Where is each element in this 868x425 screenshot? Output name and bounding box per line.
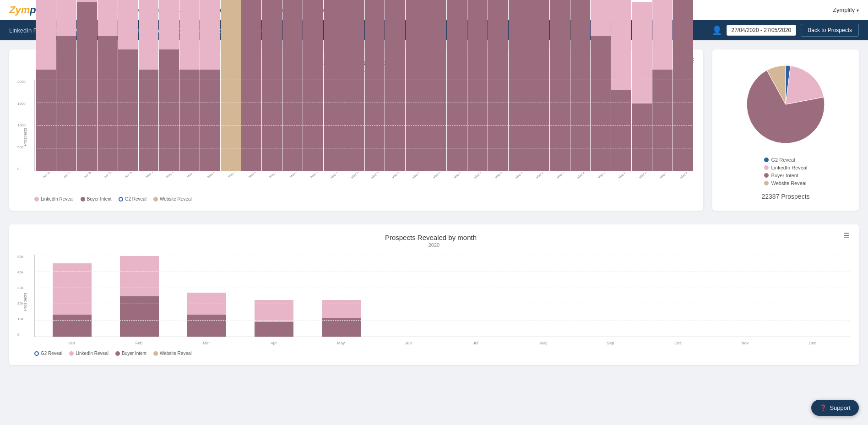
daily-bar-group — [344, 0, 364, 171]
monthly-bar-buyer — [255, 322, 294, 337]
pie-legend-g2: G2 Reveal — [764, 157, 808, 163]
bar-buyer-segment — [36, 70, 56, 171]
pie-chart-card: G2 Reveal LinkedIn Reveal Buyer Intent W… — [712, 49, 859, 211]
daily-bar-group — [652, 0, 673, 171]
daily-x-label: May 24 — [618, 172, 627, 179]
pie-legend-linkedin: LinkedIn Reveal — [764, 165, 808, 170]
daily-bar-group — [385, 0, 405, 171]
daily-x-label: May 22 — [576, 172, 586, 179]
bar-buyer-segment — [591, 36, 611, 171]
pie-website-dot — [764, 181, 769, 185]
bar-buyer-segment — [529, 0, 549, 171]
daily-bar-group — [591, 0, 611, 171]
user-menu[interactable]: Zymplify ▾ — [833, 6, 859, 13]
daily-x-label: May 13 — [391, 172, 401, 179]
bar-linkedin-segment — [632, 2, 652, 104]
g2-reveal-dot — [119, 197, 123, 202]
daily-bar-group — [529, 0, 549, 171]
monthly-x-label: Nov — [741, 341, 749, 345]
monthly-chart-menu-icon[interactable]: ☰ — [843, 231, 850, 240]
bar-buyer-segment — [673, 0, 693, 171]
daily-x-label: May 21 — [556, 172, 565, 179]
monthly-y-40k: 40k — [17, 270, 23, 274]
bar-buyer-segment — [303, 0, 323, 171]
daily-x-label: May 4 — [207, 172, 215, 179]
bar-buyer-segment — [98, 36, 118, 171]
bar-buyer-segment — [611, 90, 631, 171]
daily-x-label: May 26 — [659, 172, 668, 179]
monthly-x-label: Jul — [473, 341, 478, 345]
legend-buyer: Buyer Intent — [81, 196, 112, 202]
legend-g2: G2 Reveal — [119, 196, 146, 202]
daily-x-label: May 19 — [515, 172, 524, 179]
monthly-y-0: 0 — [17, 332, 23, 337]
pie-chart-svg — [740, 59, 831, 150]
bar-linkedin-segment — [179, 0, 200, 70]
bar-buyer-segment — [282, 0, 303, 171]
daily-x-label: May 3 — [186, 172, 195, 179]
bar-buyer-segment — [118, 49, 138, 171]
bar-buyer-segment — [447, 0, 467, 171]
daily-bar-group — [365, 0, 385, 171]
daily-bar-group — [488, 0, 508, 171]
daily-bar-group — [673, 0, 693, 171]
sub-nav-right: 👤 27/04/2020 - 27/05/2020 Back to Prospe… — [712, 24, 859, 37]
daily-x-label: May 7 — [269, 172, 277, 179]
daily-x-label: May 6 — [248, 172, 256, 179]
daily-bar-group — [406, 0, 426, 171]
monthly-legend-website: Website Reveal — [153, 351, 192, 356]
daily-x-label: May 8 — [289, 172, 297, 179]
daily-bar-group — [118, 0, 138, 171]
pie-g2-dot — [764, 158, 769, 162]
bar-buyer-segment — [241, 0, 261, 171]
daily-x-label: May 27 — [679, 172, 689, 179]
daily-bar-group — [36, 0, 56, 171]
bar-website-segment — [221, 0, 241, 171]
bar-buyer-segment — [406, 0, 426, 171]
monthly-x-label: May — [337, 341, 345, 345]
monthly-legend-linkedin: LinkedIn Reveal — [69, 351, 108, 356]
daily-x-label: May 10 — [330, 172, 339, 179]
daily-x-label: May 12 — [371, 172, 380, 179]
daily-chart-legend: LinkedIn Reveal Buyer Intent G2 Reveal W… — [18, 196, 694, 202]
bar-buyer-segment — [159, 49, 179, 171]
top-charts-row: ☰ Prospects revealed by day 26/04/2020 –… — [9, 49, 859, 211]
bar-linkedin-segment — [591, 0, 611, 36]
monthly-linkedin-dot — [69, 351, 74, 356]
monthly-bar-linkedin — [255, 300, 294, 322]
daily-bar-group — [324, 0, 344, 171]
bar-buyer-segment — [179, 70, 200, 171]
legend-website: Website Reveal — [153, 196, 192, 202]
daily-bar-group — [611, 0, 631, 171]
website-reveal-dot — [153, 197, 158, 202]
monthly-x-label: Dec — [808, 341, 816, 345]
daily-x-label: May 18 — [494, 172, 504, 179]
daily-x-label: May 20 — [535, 172, 545, 179]
daily-bar-group — [303, 0, 323, 171]
monthly-chart-card: ☰ Prospects Revealed by month 2020 Prosp… — [9, 224, 859, 365]
bar-linkedin-segment — [652, 0, 673, 70]
date-range-filter[interactable]: 27/04/2020 - 27/05/2020 — [727, 25, 797, 36]
y-label-0: 0 — [17, 167, 26, 171]
y-label-500: 500 — [17, 145, 26, 149]
monthly-bar-group — [107, 256, 172, 337]
bar-buyer-segment — [509, 0, 529, 171]
monthly-x-label: Jan — [68, 341, 75, 345]
monthly-y-axis-label: Prospects — [23, 292, 27, 311]
monthly-bar-linkedin — [120, 256, 159, 296]
chevron-down-icon: ▾ — [857, 8, 859, 13]
pie-legend-website: Website Reveal — [764, 180, 808, 186]
daily-bar-group — [139, 0, 159, 171]
bar-linkedin-segment — [98, 0, 118, 36]
bar-buyer-segment — [324, 0, 344, 171]
back-to-prospects-button[interactable]: Back to Prospects — [801, 24, 859, 37]
monthly-chart-legend: G2 Reveal LinkedIn Reveal Buyer Intent W… — [18, 351, 850, 356]
monthly-bar-linkedin — [322, 300, 361, 318]
pie-total: 22387 Prospects — [761, 193, 809, 200]
monthly-x-label: Sep — [607, 341, 614, 345]
bar-linkedin-segment — [36, 0, 56, 70]
monthly-bar-group — [174, 293, 239, 337]
bar-buyer-segment — [262, 0, 282, 171]
monthly-x-label: Apr — [271, 341, 277, 345]
bar-buyer-segment — [426, 0, 446, 171]
